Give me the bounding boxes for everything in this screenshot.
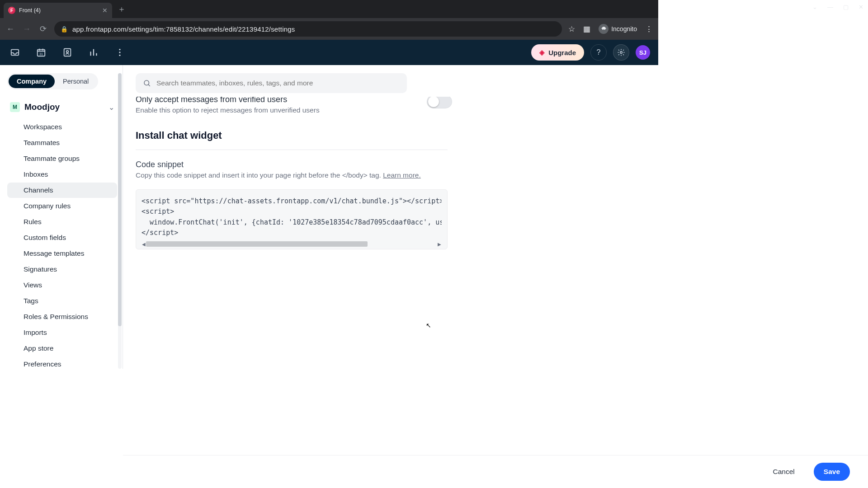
new-tab-button[interactable]: ＋: [118, 4, 126, 14]
svg-point-9: [144, 80, 149, 85]
app-top-bar: 31 ◈ Upgrade ? SJ: [0, 40, 658, 65]
incognito-indicator: Incognito: [599, 24, 637, 34]
search-icon: [143, 79, 151, 87]
sidebar-item-teammate-groups[interactable]: Teammate groups: [7, 151, 117, 166]
incognito-icon: [599, 24, 609, 34]
svg-text:31: 31: [39, 52, 43, 56]
scroll-right-icon[interactable]: ▶: [437, 242, 442, 247]
code-snippet-box[interactable]: <script src="https://chat-assets.frontap…: [136, 189, 448, 249]
sidebar-item-custom-fields[interactable]: Custom fields: [7, 230, 117, 245]
address-bar: ← → ⟳ 🔒 app.frontapp.com/settings/tim:78…: [0, 18, 658, 40]
org-selector[interactable]: M Moodjoy ⌄: [7, 99, 117, 115]
sidebar-item-preferences[interactable]: Preferences: [7, 357, 117, 369]
sidebar: Company Personal M Moodjoy ⌄ WorkspacesT…: [0, 65, 123, 369]
reload-icon[interactable]: ⟳: [38, 24, 48, 34]
close-icon[interactable]: ✕: [102, 7, 108, 14]
more-icon[interactable]: [113, 46, 127, 59]
sidebar-item-message-templates[interactable]: Message templates: [7, 246, 117, 261]
sidebar-item-roles-permissions[interactable]: Roles & Permissions: [7, 309, 117, 324]
tab-bar: F Front (4) ✕ ＋ ⌄ ― ▢ ✕: [0, 0, 658, 18]
svg-point-7: [119, 55, 120, 56]
sidebar-item-rules[interactable]: Rules: [7, 214, 117, 230]
learn-more-link[interactable]: Learn more.: [383, 171, 421, 179]
org-badge: M: [10, 102, 20, 112]
main-panel: Only accept messages from verified users…: [123, 65, 658, 369]
url-text: app.frontapp.com/settings/tim:7858132/ch…: [72, 25, 295, 33]
browser-menu-icon[interactable]: ⋮: [645, 24, 653, 34]
search-field[interactable]: [156, 79, 400, 87]
back-icon[interactable]: ←: [5, 24, 15, 34]
code-text: <script src="https://chat-assets.frontap…: [142, 196, 442, 238]
url-field[interactable]: 🔒 app.frontapp.com/settings/tim:7858132/…: [54, 21, 562, 37]
upgrade-button[interactable]: ◈ Upgrade: [531, 44, 584, 61]
calendar-icon[interactable]: 31: [34, 46, 48, 59]
sidebar-item-teammates[interactable]: Teammates: [7, 135, 117, 150]
sidebar-item-inboxes[interactable]: Inboxes: [7, 167, 117, 182]
svg-point-6: [119, 52, 120, 53]
help-button[interactable]: ?: [590, 44, 607, 61]
incognito-label: Incognito: [611, 25, 637, 33]
nav-list: WorkspacesTeammatesTeammate groupsInboxe…: [7, 119, 117, 369]
browser-chrome: F Front (4) ✕ ＋ ⌄ ― ▢ ✕ ← → ⟳ 🔒 app.fron…: [0, 0, 658, 40]
sidebar-item-signatures[interactable]: Signatures: [7, 262, 117, 277]
sidebar-item-company-rules[interactable]: Company rules: [7, 198, 117, 214]
bookmark-icon[interactable]: ☆: [568, 24, 575, 34]
contacts-icon[interactable]: [61, 46, 74, 59]
tab-company[interactable]: Company: [9, 75, 55, 88]
sidebar-item-channels[interactable]: Channels: [7, 183, 117, 198]
code-scrollbar[interactable]: ◀ ▶: [142, 241, 442, 247]
sidebar-item-workspaces[interactable]: Workspaces: [7, 119, 117, 135]
upgrade-label: Upgrade: [548, 49, 576, 56]
svg-point-4: [66, 51, 69, 53]
workspace: Company Personal M Moodjoy ⌄ WorkspacesT…: [0, 65, 658, 369]
analytics-icon[interactable]: [87, 46, 100, 59]
inbox-icon[interactable]: [8, 46, 22, 59]
tab-personal[interactable]: Personal: [55, 75, 97, 88]
verified-users-toggle[interactable]: [427, 97, 452, 108]
org-name: Moodjoy: [24, 102, 104, 112]
gem-icon: ◈: [539, 48, 545, 56]
browser-tab[interactable]: F Front (4) ✕: [4, 3, 112, 18]
search-input[interactable]: [136, 73, 407, 93]
sidebar-item-tags[interactable]: Tags: [7, 293, 117, 309]
scroll-left-icon[interactable]: ◀: [142, 242, 146, 247]
verified-users-setting: Only accept messages from verified users…: [136, 97, 452, 114]
settings-button[interactable]: [613, 44, 629, 61]
chevron-down-icon: ⌄: [108, 103, 114, 112]
sidebar-scrollbar[interactable]: [118, 73, 122, 369]
setting-title: Only accept messages from verified users: [136, 97, 320, 104]
sidebar-item-imports[interactable]: Imports: [7, 325, 117, 340]
favicon-icon: F: [8, 7, 15, 14]
sidebar-item-views[interactable]: Views: [7, 277, 117, 293]
scope-tabs: Company Personal: [7, 73, 98, 89]
tab-title: Front (4): [19, 7, 99, 14]
install-heading: Install chat widget: [136, 130, 448, 150]
sidebar-item-app-store[interactable]: App store: [7, 341, 117, 356]
snippet-desc: Copy this code snippet and insert it int…: [136, 171, 646, 179]
lock-icon: 🔒: [61, 26, 68, 33]
svg-point-8: [620, 52, 623, 54]
avatar[interactable]: SJ: [636, 45, 650, 60]
snippet-title: Code snippet: [136, 160, 646, 169]
extensions-icon[interactable]: ▦: [583, 24, 590, 34]
svg-point-5: [119, 49, 120, 50]
setting-desc: Enable this option to reject messages fr…: [136, 106, 320, 114]
forward-icon[interactable]: →: [22, 24, 32, 34]
